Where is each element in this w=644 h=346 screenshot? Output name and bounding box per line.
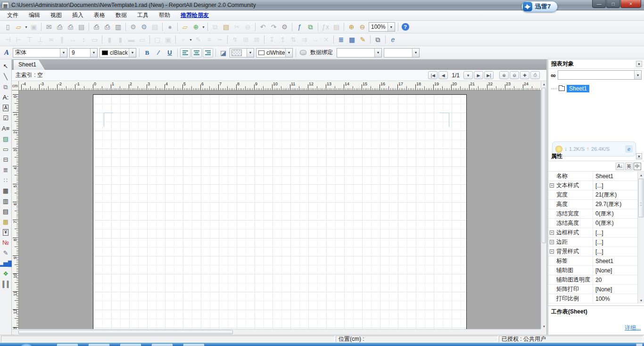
- checkbox-tool-icon[interactable]: ☑: [1, 113, 11, 123]
- data-tree-icon[interactable]: ≣: [336, 35, 346, 44]
- back-color-combo[interactable]: clWhite ▾: [256, 48, 293, 58]
- ruler-design-icon[interactable]: ✎: [358, 35, 368, 44]
- print-preview-icon[interactable]: ▥: [113, 22, 123, 32]
- property-value[interactable]: Sheet1: [593, 172, 638, 181]
- gallery-icon[interactable]: ⧉: [305, 22, 315, 32]
- border-style-icon[interactable]: ▫: [178, 35, 188, 44]
- taskbar-button-3[interactable]: [151, 343, 173, 346]
- frame-tool-icon[interactable]: ▭: [1, 144, 11, 154]
- chevron-down-icon[interactable]: ▾: [60, 49, 67, 57]
- flash-compute-icon[interactable]: ↯: [230, 35, 240, 44]
- property-value[interactable]: 20: [593, 275, 638, 284]
- zoom-out-page-button[interactable]: ⊖: [510, 71, 519, 79]
- property-row-10[interactable]: 辅助图[None]: [548, 266, 638, 275]
- order-up-icon[interactable]: ▬: [126, 35, 136, 44]
- row-swap-icon[interactable]: ⇅: [289, 35, 298, 44]
- property-row-3[interactable]: 高度29.7(厘米): [548, 200, 638, 209]
- property-value[interactable]: 0(厘米): [593, 219, 638, 228]
- add-item-icon-dropdown[interactable]: ▾: [201, 22, 206, 32]
- add-item-icon[interactable]: ⊕: [191, 22, 201, 32]
- distribute-vertical-icon[interactable]: ↕: [79, 35, 89, 44]
- expand-icon[interactable]: +: [550, 231, 554, 235]
- align-left-icon[interactable]: ⊣: [3, 35, 13, 44]
- wrench-options-icon[interactable]: ⚙: [139, 22, 149, 32]
- tree-item-sheet1[interactable]: Sheet1: [551, 85, 589, 92]
- row-insert-icon[interactable]: ↧: [267, 35, 277, 44]
- property-row-4[interactable]: 冻结宽度0(厘米): [548, 209, 638, 219]
- open-file-icon-dropdown[interactable]: ▾: [24, 22, 28, 32]
- property-grid-scrollbar[interactable]: ▲ ▼: [637, 172, 644, 304]
- chevron-down-icon[interactable]: ▾: [412, 49, 419, 57]
- thunder-widget[interactable]: 迅雷7: [521, 1, 558, 12]
- expand-icon[interactable]: +: [550, 240, 554, 244]
- prev-page-button[interactable]: ◀: [438, 71, 448, 79]
- chevron-down-icon[interactable]: ▾: [374, 49, 381, 57]
- print-icon[interactable]: ⎙: [55, 22, 65, 32]
- start-orb-icon[interactable]: [19, 344, 34, 346]
- align-right-button[interactable]: [203, 48, 213, 58]
- property-value[interactable]: [...]: [593, 181, 638, 190]
- same-size-icon[interactable]: ▭: [90, 35, 99, 44]
- menu-item-3[interactable]: 插入: [67, 10, 89, 20]
- line-tool-icon[interactable]: ╲: [1, 72, 11, 82]
- align-top-icon[interactable]: ⊤: [25, 35, 34, 44]
- lang-chinese-button[interactable]: 中: [634, 163, 641, 170]
- row-delete-icon[interactable]: ↥: [278, 35, 288, 44]
- col-insert-icon[interactable]: ⇉: [299, 35, 309, 44]
- data-source-combo[interactable]: ▾: [337, 48, 382, 58]
- chevron-down-icon[interactable]: ▾: [129, 49, 136, 57]
- barcode-tool-icon[interactable]: ║║: [1, 279, 11, 289]
- zoom-in-page-button[interactable]: ⊕: [499, 71, 509, 79]
- sheet-tab[interactable]: Sheet1: [14, 60, 45, 70]
- redo-icon[interactable]: ↷: [269, 22, 279, 32]
- tree-item-label[interactable]: Sheet1: [567, 85, 589, 92]
- line-weight-icon[interactable]: ≡: [204, 35, 214, 44]
- taskbar-button-0[interactable]: [57, 343, 78, 346]
- richtext-tool-icon[interactable]: A≡: [1, 124, 11, 133]
- insert-table-icon[interactable]: ⊞: [241, 35, 251, 44]
- select-tool-icon[interactable]: ↖: [1, 61, 11, 71]
- chevron-down-icon[interactable]: ▾: [90, 49, 97, 57]
- property-value[interactable]: 0(厘米): [593, 209, 638, 218]
- export-template-icon[interactable]: ✉: [44, 22, 54, 32]
- panel-tool-icon[interactable]: ⊟: [1, 155, 11, 165]
- property-row-12[interactable]: 矩阵打印[None]: [548, 285, 638, 294]
- border-outline-icon[interactable]: ▢: [152, 35, 162, 44]
- batch-print-icon[interactable]: ⎙: [102, 22, 112, 32]
- close-button[interactable]: ×: [620, 0, 641, 8]
- first-page-button[interactable]: |◀: [428, 71, 438, 79]
- color-shapes-tool-icon[interactable]: ❖: [1, 269, 11, 279]
- menu-item-1[interactable]: 编辑: [24, 10, 45, 20]
- property-row-9[interactable]: 标签Sheet1: [548, 256, 638, 266]
- styled-table-tool-icon[interactable]: ▦: [1, 217, 11, 227]
- print-save-icon[interactable]: ⎙: [66, 22, 75, 32]
- form-properties-icon[interactable]: ▤: [331, 22, 341, 32]
- grid-tool-icon[interactable]: ▦: [1, 186, 11, 196]
- property-row-2[interactable]: 宽度21(厘米): [548, 190, 638, 200]
- pan-hand-button[interactable]: ✚: [520, 71, 529, 79]
- detail-link[interactable]: 详细...: [625, 324, 641, 332]
- canvas-vertical-scrollbar[interactable]: ▲ ▼: [541, 81, 546, 329]
- text-tool-icon[interactable]: A:: [1, 92, 11, 102]
- image-tool-icon[interactable]: ▨: [1, 134, 11, 144]
- chart-tool-icon[interactable]: ▂▅▇: [1, 258, 11, 268]
- bold-button[interactable]: B: [142, 48, 152, 58]
- menu-item-0[interactable]: 文件: [2, 10, 24, 20]
- delete-icon[interactable]: ⊖: [243, 22, 253, 32]
- currency-tool-icon[interactable]: ¥: [1, 227, 11, 237]
- property-value[interactable]: [...]: [593, 247, 638, 256]
- tray-item[interactable]: [636, 343, 643, 346]
- next-page-button[interactable]: ▶: [474, 71, 483, 79]
- label-tool-icon[interactable]: A: [1, 103, 11, 113]
- settings-gear-icon[interactable]: ⚙: [280, 22, 289, 32]
- undo-icon[interactable]: ↶: [258, 22, 268, 32]
- taskbar-button-1[interactable]: [88, 343, 110, 346]
- row-table-tool-icon[interactable]: ▤: [1, 206, 11, 216]
- maximize-button[interactable]: □: [606, 0, 620, 8]
- font-size-combo[interactable]: 9 ▾: [69, 48, 98, 58]
- object-search-combo[interactable]: ▾: [558, 70, 642, 80]
- property-value[interactable]: 100%: [593, 294, 638, 303]
- font-color-combo[interactable]: clBlack ▾: [99, 48, 136, 58]
- taskbar-button-4[interactable]: [183, 343, 205, 346]
- data-table-icon[interactable]: ▦: [347, 35, 357, 44]
